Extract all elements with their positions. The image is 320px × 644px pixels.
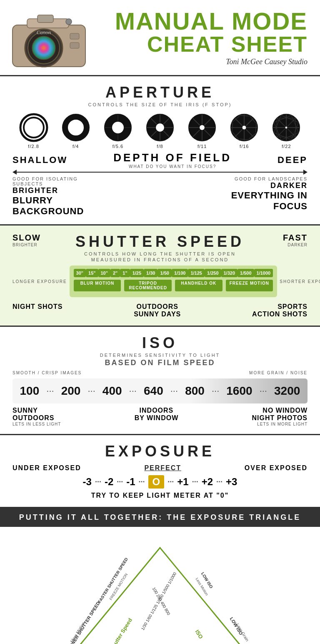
aperture-item-22: f/22 bbox=[272, 113, 301, 149]
triangle-content: LOWER SHUTTER SPEED More Motion LOW ISO … bbox=[0, 527, 320, 644]
svg-point-13 bbox=[68, 119, 84, 136]
shutter-use-outdoors: OUTDOORS SUNNY DAYS bbox=[134, 303, 181, 318]
iso-section: ISO DETERMINES SENSITIVITY TO LIGHT BASE… bbox=[0, 327, 320, 435]
speed-1-320: 1/320 bbox=[221, 269, 238, 277]
aperture-item-28: f/2.8 bbox=[19, 113, 48, 149]
iso-desc-row: SMOOTH / CRISP IMAGES MORE GRAIN / NOISE bbox=[12, 371, 308, 375]
exposure-title: EXPOSURE bbox=[12, 443, 308, 460]
under-exposed-label: UNDER EXPOSED bbox=[12, 464, 81, 472]
freeze-motion-tag: FREEZE MOTION bbox=[226, 280, 273, 291]
triangle-diagram: LOWER SHUTTER SPEED More Motion LOW ISO … bbox=[8, 535, 312, 644]
aperture-item-4: f/4 bbox=[61, 113, 90, 149]
aperture-item-8: f/8 bbox=[145, 113, 175, 149]
iso-sunny: SUNNY OUTDOORS LETS IN LESS LIGHT bbox=[12, 407, 61, 426]
exposure-scale: -3 ··· -2 ··· -1 ··· O ··· +1 ··· +2 ···… bbox=[12, 475, 308, 489]
iso-400: 400 bbox=[102, 384, 122, 398]
blur-motion-tag: BLUR MOTION bbox=[74, 280, 121, 291]
aperture-label-11: f/11 bbox=[198, 144, 207, 149]
iso-800: 800 bbox=[185, 384, 205, 398]
svg-rect-9 bbox=[70, 43, 79, 48]
iso-night: NO WINDOW NIGHT PHOTOS LETS IN MORE LIGH… bbox=[252, 407, 308, 426]
exp-minus2: -2 bbox=[105, 476, 113, 488]
shutter-speeds-container: 30" 15" 10" 2" 1" 1/25 1/30 1/50 1/100 1… bbox=[70, 266, 278, 297]
svg-text:Canon: Canon bbox=[37, 29, 51, 35]
aperture-circles-row: f/2.8 f/4 f/5.6 bbox=[12, 113, 308, 149]
speed-30: 30" bbox=[74, 269, 86, 277]
speed-1-50: 1/50 bbox=[158, 269, 171, 277]
exposure-tip: TRY TO KEEP LIGHT METER AT "0" bbox=[12, 492, 308, 499]
aperture-section: APERTURE CONTROLS THE SIZE OF THE IRIS (… bbox=[0, 76, 320, 226]
iso-100: 100 bbox=[20, 384, 40, 398]
iso-subtitle2: BASED ON FILM SPEED bbox=[12, 358, 308, 367]
exp-minus3: -3 bbox=[83, 476, 92, 488]
svg-point-11 bbox=[24, 118, 44, 138]
svg-text:Shutter Speed: Shutter Speed bbox=[108, 617, 133, 644]
exp-plus1: +1 bbox=[177, 476, 188, 488]
iso-title: ISO bbox=[12, 334, 308, 352]
perfect-label: PERFECT bbox=[144, 464, 181, 472]
shutter-header: SLOW BRIGHTER SHUTTER SPEED CONTROLS HOW… bbox=[12, 233, 308, 262]
deep-label: DEEP bbox=[278, 155, 308, 165]
iso-1600: 1600 bbox=[226, 384, 252, 398]
triangle-header: PUTTING IT ALL TOGETHER: THE EXPOSURE TR… bbox=[0, 508, 320, 527]
aperture-subtitle: CONTROLS THE SIZE OF THE IRIS (F STOP) bbox=[12, 102, 308, 107]
shutter-speeds-row: 30" 15" 10" 2" 1" 1/25 1/30 1/50 1/100 1… bbox=[74, 269, 273, 277]
iso-subtitle1: DETERMINES SENSITIVITY TO LIGHT bbox=[12, 353, 308, 358]
aperture-right-info: GOOD FOR LANDSCAPES DARKER EVERYTHING IN… bbox=[216, 176, 308, 217]
svg-point-21 bbox=[155, 123, 165, 132]
iso-numbers-row: 100 ··· 200 ··· 400 ··· 640 ··· 800 ··· … bbox=[12, 378, 308, 403]
iso-200: 200 bbox=[61, 384, 81, 398]
svg-rect-8 bbox=[70, 33, 79, 39]
iso-uses-row: SUNNY OUTDOORS LETS IN LESS LIGHT INDOOR… bbox=[12, 407, 308, 426]
svg-point-3 bbox=[66, 19, 72, 25]
exp-plus2: +2 bbox=[202, 476, 213, 488]
triangle-section: PUTTING IT ALL TOGETHER: THE EXPOSURE TR… bbox=[0, 508, 320, 644]
longer-exposure-label: LONGER EXPOSURE bbox=[12, 279, 67, 284]
speed-1-100: 1/100 bbox=[172, 269, 188, 277]
shutter-use-sports: SPORTS ACTION SHOTS bbox=[252, 303, 308, 318]
exp-zero: O bbox=[148, 475, 165, 489]
speed-2: 2" bbox=[110, 269, 120, 277]
shutter-section: SLOW BRIGHTER SHUTTER SPEED CONTROLS HOW… bbox=[0, 226, 320, 327]
iso-grain-label: MORE GRAIN / NOISE bbox=[249, 371, 308, 375]
author-credit: Toni McGee Causey Studio bbox=[96, 58, 308, 66]
speed-1-125: 1/125 bbox=[188, 269, 205, 277]
svg-point-31 bbox=[199, 125, 205, 130]
speed-1-1000: 1/1000 bbox=[254, 269, 273, 277]
shutter-center: SHUTTER SPEED CONTROLS HOW LONG THE SHUT… bbox=[46, 233, 274, 262]
speed-1-25: 1/25 bbox=[130, 269, 144, 277]
shutter-use-night: NIGHT SHOTS bbox=[12, 303, 62, 318]
dof-row: SHALLOW DEPTH OF FIELD WHAT DO YOU WANT … bbox=[12, 151, 308, 169]
shorter-exposure-label: SHORTER EXPOSURE bbox=[280, 279, 320, 284]
iso-smooth-label: SMOOTH / CRISP IMAGES bbox=[12, 371, 82, 375]
svg-point-6 bbox=[32, 36, 55, 60]
aperture-item-56: f/5.6 bbox=[103, 113, 132, 149]
exposure-labels-row: UNDER EXPOSED PERFECT OVER EXPOSED bbox=[12, 464, 308, 472]
camera-illustration: Canon bbox=[4, 4, 96, 71]
handheld-tag: HANDHELD OK bbox=[175, 280, 222, 291]
aperture-left-info: GOOD FOR ISOLATING SUBJECTS BRIGHTER BLU… bbox=[12, 176, 104, 217]
aperture-label-16: f/16 bbox=[240, 144, 249, 149]
speed-1: 1" bbox=[120, 269, 130, 277]
aperture-label-56: f/5.6 bbox=[112, 144, 123, 149]
shutter-uses-row: NIGHT SHOTS OUTDOORS SUNNY DAYS SPORTS A… bbox=[12, 303, 308, 318]
iso-3200: 3200 bbox=[274, 384, 300, 398]
aperture-item-11: f/11 bbox=[188, 113, 217, 149]
shallow-label: SHALLOW bbox=[12, 155, 68, 165]
aperture-label-8: f/8 bbox=[157, 144, 163, 149]
aperture-arrow bbox=[12, 170, 308, 175]
aperture-label-4: f/4 bbox=[72, 144, 79, 149]
speed-15: 15" bbox=[86, 269, 98, 277]
title-line1: MANUAL MODE bbox=[96, 9, 308, 33]
iso-640: 640 bbox=[144, 384, 163, 398]
exposure-section: EXPOSURE UNDER EXPOSED PERFECT OVER EXPO… bbox=[0, 435, 320, 508]
svg-point-59 bbox=[285, 126, 288, 129]
speed-1-500: 1/500 bbox=[238, 269, 254, 277]
aperture-title: APERTURE bbox=[12, 84, 308, 101]
iso-indoors: INDOORS BY WINDOW bbox=[135, 407, 179, 426]
exp-plus3: +3 bbox=[226, 476, 237, 488]
speed-10: 10" bbox=[98, 269, 110, 277]
aperture-bottom-info: GOOD FOR ISOLATING SUBJECTS BRIGHTER BLU… bbox=[12, 176, 308, 217]
page-header: Canon MANUAL MODE CHEAT SHEET Toni McGee… bbox=[0, 0, 320, 76]
svg-rect-2 bbox=[38, 15, 53, 23]
